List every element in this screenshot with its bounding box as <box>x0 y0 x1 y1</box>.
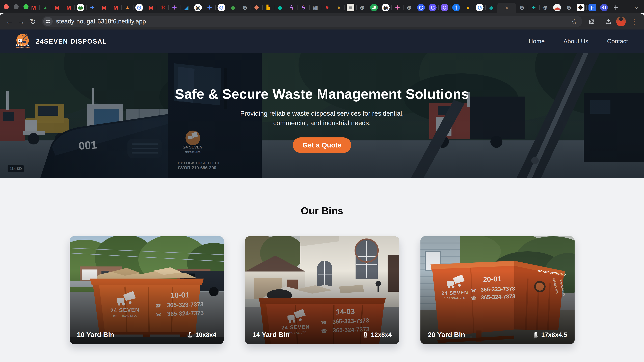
tab-favicon: C <box>417 4 425 11</box>
browser-tab[interactable]: ⊕ <box>563 2 575 13</box>
tab-favicon: ◆ <box>276 4 284 11</box>
browser-tab-active[interactable]: × <box>497 3 516 13</box>
tab-search-button[interactable]: ⌄ <box>632 2 641 11</box>
browser-tab[interactable]: ✳ <box>575 2 586 13</box>
new-tab-button[interactable]: + <box>610 2 622 13</box>
browser-tab[interactable]: ◢ <box>180 2 192 13</box>
browser-tab[interactable]: F <box>586 2 598 13</box>
browser-tab[interactable]: ⊕ <box>239 2 251 13</box>
browser-tab[interactable]: f <box>450 2 462 13</box>
reload-button[interactable]: ↻ <box>28 16 38 27</box>
tab-favicon: M <box>30 4 38 11</box>
browser-tab[interactable]: ✳ <box>251 2 262 13</box>
profile-avatar[interactable] <box>616 16 626 26</box>
tab-favicon: ⊕ <box>405 4 413 11</box>
tab-favicon: M <box>100 4 108 11</box>
tab-favicon: ▲ <box>42 4 49 11</box>
browser-tab[interactable]: M <box>145 2 157 13</box>
bin-name: 14 Yard Bin <box>252 331 290 339</box>
tab-favicon: G <box>218 4 225 11</box>
browser-tab[interactable]: ▲ <box>122 2 133 13</box>
bin-card-10-yard[interactable]: 24 SEVEN DISPOSAL LTD. 10-01 ☎ 365-323-7… <box>70 236 224 344</box>
browser-tab[interactable]: ✦ <box>86 2 98 13</box>
browser-tab[interactable]: ⊕ <box>356 2 368 13</box>
bins-heading: Our Bins <box>0 205 644 217</box>
tab-favicon: ⊕ <box>565 4 573 11</box>
browser-tab[interactable]: ◆ <box>274 2 286 13</box>
browser-tab[interactable]: ◉ <box>192 2 204 13</box>
browser-tab[interactable]: ◆ <box>227 2 239 13</box>
browser-tab[interactable]: ▦ <box>310 2 321 13</box>
browser-menu-icon[interactable]: ⋮ <box>628 17 640 26</box>
browser-tab[interactable]: 15 <box>368 2 380 13</box>
tab-favicon: ♦ <box>335 4 343 11</box>
browser-tab[interactable]: ↻ <box>598 2 610 13</box>
nav-link-home[interactable]: Home <box>528 38 545 45</box>
browser-tab[interactable]: C <box>415 2 427 13</box>
browser-tab[interactable]: C <box>427 2 438 13</box>
browser-tab[interactable]: C <box>438 2 450 13</box>
browser-tab[interactable]: M <box>110 2 122 13</box>
forward-button[interactable]: → <box>16 16 26 27</box>
browser-tab[interactable]: M <box>98 2 110 13</box>
get-a-quote-button[interactable]: Get a Quote <box>293 137 351 153</box>
browser-tab[interactable]: G <box>133 2 145 13</box>
url-text[interactable]: steady-nougat-6318f6.netlify.app <box>56 18 567 25</box>
nav-link-contact[interactable]: Contact <box>607 38 628 45</box>
card-meta: 10 Yard Bin 10x8x4 <box>70 331 224 344</box>
company-logo[interactable]: 24 SEVEN DISPOSAL LTD. <box>14 33 31 50</box>
extensions-icon[interactable] <box>586 16 597 27</box>
bin-card-20-yard[interactable]: 24 SEVEN DISPOSAL LTD. 20-01 ☎ 365-323-7… <box>420 236 574 344</box>
tab-favicon: ↻ <box>600 4 608 11</box>
browser-tab[interactable]: ◉ <box>380 2 392 13</box>
bins-section: Our Bins <box>0 178 644 344</box>
browser-tab[interactable]: ◉ <box>75 2 86 13</box>
browser-tab[interactable]: G <box>216 2 227 13</box>
tab-favicon: ▲ <box>124 4 131 11</box>
bin-dimensions-text: 17x8x4.5 <box>541 331 567 338</box>
browser-tab[interactable]: ☁ <box>551 2 563 13</box>
browser-tab[interactable]: ♦ <box>333 2 345 13</box>
tab-close-icon[interactable]: × <box>505 4 508 11</box>
bin-dimensions-text: 10x8x4 <box>196 331 216 338</box>
tab-favicon: ϟ <box>300 4 308 11</box>
browser-tab[interactable]: M <box>51 2 63 13</box>
window-minimize-button[interactable] <box>14 4 18 9</box>
toolbar-divider <box>600 18 600 25</box>
nav-link-about[interactable]: About Us <box>564 38 588 45</box>
site-navbar: 24 SEVEN DISPOSAL LTD. 24SEVEN DISPOSAL … <box>0 29 644 53</box>
ruler-icon <box>362 332 368 338</box>
logo-text-line1: 24 SEVEN <box>16 43 29 47</box>
browser-tab[interactable]: ⊕ <box>403 2 415 13</box>
browser-tab[interactable]: ✶ <box>157 2 168 13</box>
browser-tab[interactable]: + <box>528 2 540 13</box>
address-bar[interactable]: steady-nougat-6318f6.netlify.app ☆ <box>42 16 582 27</box>
browser-tab[interactable]: ✦ <box>204 2 216 13</box>
browser-tab[interactable]: G <box>474 2 486 13</box>
browser-tab[interactable]: ϟ <box>286 2 298 13</box>
browser-tab[interactable]: ϟ <box>298 2 310 13</box>
browser-tab[interactable]: ◆ <box>486 2 497 13</box>
browser-tab[interactable]: ▲ <box>40 2 51 13</box>
bin-card-14-yard[interactable]: 24 SEVEN DISPOSAL LTD. 14-03 ☎ 365-323-7… <box>245 236 399 344</box>
browser-tab[interactable]: ✦ <box>392 2 403 13</box>
browser-tab[interactable]: ▙ <box>262 2 274 13</box>
browser-tab[interactable]: M <box>28 2 40 13</box>
tab-favicon: ◆ <box>229 4 237 11</box>
browser-tab[interactable]: ≡ <box>345 2 356 13</box>
browser-tab[interactable]: ✦ <box>168 2 180 13</box>
site-settings-icon[interactable] <box>43 17 53 26</box>
browser-tab[interactable]: ♥ <box>321 2 333 13</box>
browser-tab[interactable]: ▲ <box>462 2 474 13</box>
downloads-icon[interactable] <box>603 16 614 27</box>
tab-favicon: ✶ <box>159 4 166 11</box>
browser-tab[interactable]: ⊕ <box>516 2 528 13</box>
tab-favicon: ⊕ <box>241 4 249 11</box>
bookmark-star-icon[interactable]: ☆ <box>570 17 578 26</box>
browser-tab[interactable]: M <box>63 2 75 13</box>
tab-favicon: ✳ <box>253 4 260 11</box>
window-close-button[interactable] <box>4 4 9 9</box>
browser-tab[interactable]: ⊕ <box>540 2 551 13</box>
tab-favicon: ✦ <box>88 4 96 11</box>
back-button[interactable]: ← <box>4 16 15 27</box>
